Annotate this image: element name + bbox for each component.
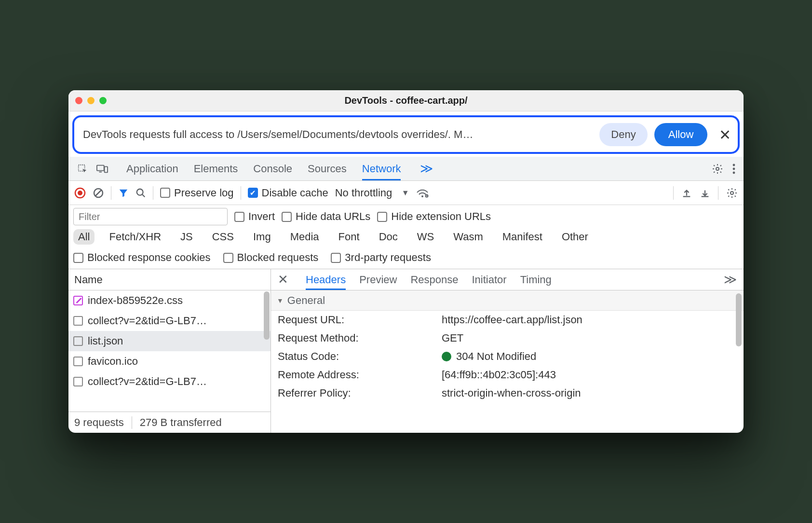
type-css[interactable]: CSS [207,229,239,245]
type-fetch-xhr[interactable]: Fetch/XHR [104,229,166,245]
general-label: General [287,294,325,307]
resource-type-row: All Fetch/XHR JS CSS Img Media Font Doc … [68,227,744,248]
hide-extension-urls-checkbox[interactable]: Hide extension URLs [377,210,491,223]
disable-cache-label: Disable cache [262,187,328,199]
type-other[interactable]: Other [557,229,593,245]
svg-point-5 [733,167,735,170]
inspect-element-icon[interactable] [77,164,88,174]
tab-timing[interactable]: Timing [520,269,552,290]
deny-button[interactable]: Deny [599,123,648,146]
remote-address-value: [64:ff9b::4b02:3c05]:443 [442,369,556,381]
remote-address-key: Remote Address: [278,369,442,381]
tab-sources[interactable]: Sources [308,157,347,180]
traffic-lights [75,97,107,104]
request-name: list.json [88,335,123,347]
permission-bar: DevTools requests full access to /Users/… [72,115,740,154]
tab-network[interactable]: Network [362,157,401,180]
request-row[interactable]: index-b859522e.css [68,290,271,311]
extra-filters-row: Blocked response cookies Blocked request… [68,248,744,269]
type-ws[interactable]: WS [412,229,439,245]
tab-application[interactable]: Application [126,157,178,180]
tab-elements[interactable]: Elements [194,157,238,180]
device-toggle-icon[interactable] [96,164,108,174]
hide-data-urls-checkbox[interactable]: Hide data URLs [282,210,370,223]
allow-button[interactable]: Allow [654,123,707,146]
tab-preview[interactable]: Preview [359,269,397,290]
maximize-window-button[interactable] [99,97,107,104]
type-doc[interactable]: Doc [374,229,403,245]
file-type-icon [73,377,83,386]
minimize-window-button[interactable] [87,97,95,104]
more-detail-tabs-icon[interactable]: ≫ [720,269,741,290]
preserve-log-label: Preserve log [174,187,234,199]
settings-icon[interactable] [712,163,723,175]
request-row[interactable]: collect?v=2&tid=G-LB7… [68,311,271,331]
throttling-value: No throttling [335,187,392,199]
referrer-policy-key: Referrer Policy: [278,387,442,399]
type-img[interactable]: Img [248,229,276,245]
filter-input[interactable] [73,208,228,225]
type-wasm[interactable]: Wasm [448,229,488,245]
request-row[interactable]: collect?v=2&tid=G-LB7… [68,372,271,392]
clear-icon[interactable] [93,187,104,199]
invert-label: Invert [248,210,275,223]
svg-point-3 [716,167,719,170]
svg-rect-1 [97,165,104,170]
network-toolbar: Preserve log ✔ Disable cache No throttli… [68,181,744,205]
search-icon[interactable] [135,188,146,198]
network-conditions-icon[interactable] [416,188,429,198]
type-manifest[interactable]: Manifest [498,229,547,245]
svg-point-11 [421,195,423,197]
type-font[interactable]: Font [334,229,365,245]
close-window-button[interactable] [75,97,82,104]
tab-initiator[interactable]: Initiator [472,269,506,290]
request-list-column: Name index-b859522e.css collect?v=2&tid=… [68,269,271,433]
record-button-icon[interactable] [74,187,86,199]
filter-row: Invert Hide data URLs Hide extension URL… [68,205,744,227]
kv-referrer-policy: Referrer Policy:strict-origin-when-cross… [271,384,744,402]
type-media[interactable]: Media [285,229,324,245]
request-name: collect?v=2&tid=G-LB7… [88,375,207,388]
request-list-scrollbar[interactable] [264,291,270,340]
svg-rect-2 [105,166,108,172]
type-all[interactable]: All [73,229,95,245]
filter-icon[interactable] [118,188,129,198]
tab-console[interactable]: Console [253,157,292,180]
close-details-icon[interactable]: ✕ [274,269,292,290]
type-js[interactable]: JS [176,229,198,245]
tab-headers[interactable]: Headers [306,269,346,290]
download-har-icon[interactable] [700,188,710,198]
details-scrollbar[interactable] [736,293,742,346]
more-menu-icon[interactable] [732,163,736,175]
separator [718,186,718,200]
more-tabs-icon[interactable]: ≫ [416,157,437,180]
collapse-triangle-icon: ▼ [277,297,284,304]
request-name: index-b859522e.css [88,294,183,307]
general-section-header[interactable]: ▼ General [271,290,744,311]
close-permission-icon[interactable]: ✕ [714,126,731,143]
svg-point-6 [733,171,735,174]
network-settings-icon[interactable] [726,187,738,199]
request-details: ✕ Headers Preview Response Initiator Tim… [271,269,744,433]
panel-right-icons [712,157,744,180]
preserve-log-checkbox[interactable]: Preserve log [160,187,234,199]
throttling-select[interactable]: No throttling ▼ [335,187,409,199]
third-party-label: 3rd-party requests [345,251,431,264]
hide-extension-urls-label: Hide extension URLs [391,210,491,223]
titlebar: DevTools - coffee-cart.app/ [68,90,744,111]
details-body: ▼ General Request URL:https://coffee-car… [271,290,744,433]
invert-checkbox[interactable]: Invert [234,210,275,223]
name-column-header[interactable]: Name [68,269,271,290]
blocked-cookies-checkbox[interactable]: Blocked response cookies [73,251,211,264]
request-row[interactable]: favicon.ico [68,351,271,372]
tab-response[interactable]: Response [410,269,458,290]
blocked-requests-checkbox[interactable]: Blocked requests [223,251,319,264]
request-row[interactable]: list.json [68,331,271,351]
disable-cache-checkbox[interactable]: ✔ Disable cache [248,187,328,199]
request-url-key: Request URL: [278,314,442,326]
separator [111,186,111,200]
third-party-checkbox[interactable]: 3rd-party requests [331,251,431,264]
kv-remote-address: Remote Address:[64:ff9b::4b02:3c05]:443 [271,366,744,384]
devtools-window: DevTools - coffee-cart.app/ DevTools req… [68,90,744,433]
upload-har-icon[interactable] [681,188,692,198]
